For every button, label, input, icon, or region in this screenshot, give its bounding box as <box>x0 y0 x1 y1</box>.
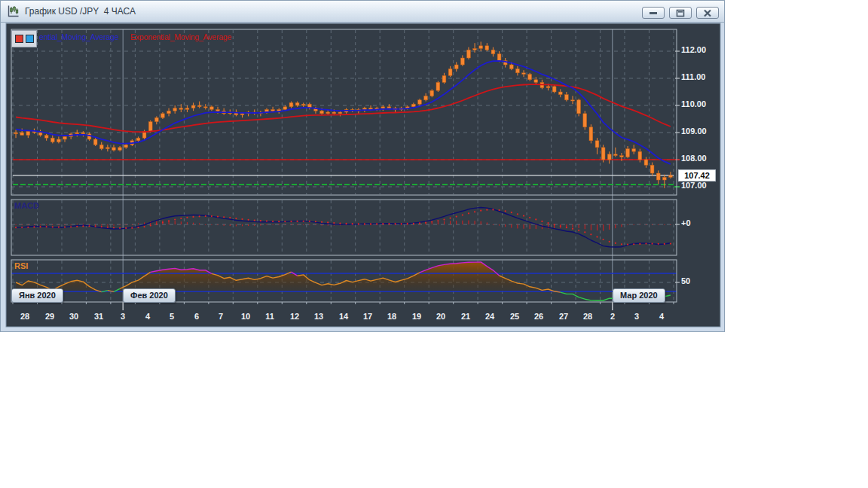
price-axis-label: 108.00 <box>681 154 717 163</box>
price-axis-label: 112.00 <box>681 45 717 54</box>
macd-panel-label: MACD <box>14 201 39 210</box>
price-axis-label: 107.00 <box>681 181 717 190</box>
indicator-buttons-chip <box>11 30 37 47</box>
legend-ema-fast: ential_Moving_Average <box>39 32 118 41</box>
rsi-panel-label: RSI <box>14 261 28 270</box>
price-axis-label: 110.00 <box>681 99 717 108</box>
current-price-badge: 107.42 <box>678 169 716 181</box>
rsi-axis-label: 50 <box>681 276 717 285</box>
chart-window: График USD /JPY 4 ЧАСА ential_Moving_Ave… <box>0 0 725 332</box>
price-axis-label: 109.00 <box>681 127 717 136</box>
price-axis-label: 111.00 <box>681 72 717 81</box>
indicator-blue-button[interactable] <box>26 35 34 43</box>
indicator-red-button[interactable] <box>15 35 23 43</box>
legend-ema-slow: Exponential_Moving_Average <box>130 32 231 41</box>
macd-axis-label: +0 <box>681 218 717 227</box>
month-marker-mar: Мар 2020 <box>613 288 665 303</box>
month-marker-jan: Янв 2020 <box>11 288 63 303</box>
month-marker-feb: Фев 2020 <box>123 288 176 303</box>
chart-canvas[interactable] <box>1 1 726 333</box>
